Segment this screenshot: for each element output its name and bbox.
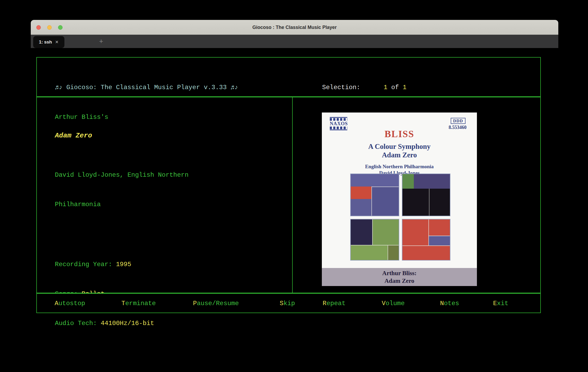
paint-region — [372, 187, 399, 216]
performers: David Lloyd-Jones, English Northern Phil… — [55, 150, 188, 229]
composer-line: Arthur Bliss's — [55, 112, 108, 122]
menu-label: olume — [385, 300, 405, 307]
tab-close-icon[interactable]: ✕ — [55, 40, 59, 45]
menu-hotkey: S — [280, 300, 283, 307]
paint-line — [371, 187, 372, 216]
selection-label: Selection: — [322, 83, 384, 92]
album-orchestra: English Northern Philharmonia — [322, 164, 477, 170]
paint-region — [351, 174, 399, 187]
panel-divider — [292, 97, 293, 293]
menu-item-pause-resume[interactable]: Pause/Resume — [193, 299, 239, 308]
recording-metadata: Recording Year: 1995 Genre: Ballet Audio… — [55, 240, 154, 332]
menu-hotkey: T — [121, 300, 125, 307]
menu-item-exit[interactable]: Exit — [493, 299, 508, 308]
menu-label: kip — [283, 300, 295, 307]
work-title: Adam Zero — [55, 131, 92, 141]
tab-ssh[interactable]: 1: ssh ✕ — [33, 36, 64, 48]
music-notes-icon: ♬♪ — [231, 84, 238, 91]
naxos-brand: NAXOS — [330, 121, 347, 126]
music-notes-icon: ♬♪ — [55, 84, 63, 91]
menu-label: erminate — [125, 300, 156, 307]
paint-region — [388, 245, 399, 260]
app-title: Giocoso: The Classical Music Player v.3.… — [63, 84, 231, 91]
painting-bottom-right — [402, 219, 450, 261]
caption-line1: Arthur Bliss: — [322, 269, 477, 277]
menu-hotkey: R — [323, 300, 326, 307]
menu-item-volume[interactable]: Volume — [382, 299, 405, 308]
window-titlebar[interactable]: Giocoso : The Classical Music Player — [31, 20, 558, 35]
album-conductor: David Lloyd-Jones — [322, 170, 477, 176]
ddd-badge: DDD — [451, 118, 466, 124]
album-work-1: A Colour Symphony — [322, 142, 477, 151]
paint-line — [428, 219, 429, 245]
menu-hotkey: N — [440, 300, 444, 307]
meta-label: Recording Year: — [55, 261, 116, 268]
menu-hotkey: E — [493, 300, 497, 307]
paint-line — [429, 189, 429, 216]
tab-bar: 1: ssh ✕ + — [31, 35, 558, 48]
album-composer: BLISS — [322, 128, 477, 140]
window-title: Giocoso : The Classical Music Player — [31, 20, 558, 35]
app-title-line: ♬♪ Giocoso: The Classical Music Player v… — [55, 83, 238, 92]
album-art: NAXOS DDD 8.553460 BLISS A Colour Sympho… — [322, 113, 477, 286]
paint-line — [388, 245, 388, 260]
naxos-logo-bar — [330, 117, 347, 118]
album-caption: Arthur Bliss: Adam Zero — [322, 268, 477, 286]
new-tab-button[interactable]: + — [99, 35, 103, 48]
menu-label: epeat — [326, 300, 345, 307]
menu-hotkey: A — [55, 300, 58, 307]
meta-row-audiotech: Audio Tech: 44100Hz/16-bit — [55, 318, 154, 328]
meta-value: 1995 — [116, 261, 131, 268]
menu-item-autostop[interactable]: Autostop — [55, 299, 85, 308]
naxos-logo-columns — [330, 118, 347, 121]
meta-row-year: Recording Year: 1995 — [55, 259, 154, 269]
menu-label: utostop — [58, 300, 85, 307]
selection-total: 1 — [403, 84, 406, 91]
paint-region — [351, 187, 371, 199]
selection-current: 1 — [384, 84, 387, 91]
menu-label: ause/Resume — [197, 300, 239, 307]
desktop-background: Giocoso : The Classical Music Player 1: … — [0, 0, 588, 372]
menu-item-notes[interactable]: Notes — [440, 299, 459, 308]
meta-label: Audio Tech: — [55, 320, 101, 327]
menu-item-terminate[interactable]: Terminate — [121, 299, 156, 308]
menu-label: otes — [444, 300, 459, 307]
tab-label: 1: ssh — [39, 40, 52, 45]
selection-row: Selection:1 of 1 — [322, 83, 460, 92]
meta-value: 44100Hz/16-bit — [101, 320, 154, 327]
performers-line2: Philharmonia — [55, 200, 188, 209]
paint-region — [351, 219, 372, 245]
caption-line2: Adam Zero — [322, 277, 477, 285]
album-work-2: Adam Zero — [322, 151, 477, 159]
menu-label: xit — [497, 300, 508, 307]
painting-bottom-left — [350, 219, 399, 261]
selection-sep: of — [387, 84, 403, 91]
painting-top-right — [402, 174, 450, 216]
performers-line1: David Lloyd-Jones, English Northern — [55, 170, 188, 180]
paint-region — [428, 236, 450, 245]
paint-line — [402, 245, 450, 246]
painting-top-left — [350, 174, 399, 216]
paint-line — [428, 236, 450, 236]
paint-line — [372, 219, 373, 245]
menu-hotkey: P — [193, 300, 197, 307]
paint-region — [402, 174, 414, 189]
menu-item-skip[interactable]: Skip — [280, 299, 295, 308]
menu-hotkey: V — [382, 300, 385, 307]
terminal-window: Giocoso : The Classical Music Player 1: … — [31, 20, 558, 332]
menu-item-repeat[interactable]: Repeat — [323, 299, 345, 308]
